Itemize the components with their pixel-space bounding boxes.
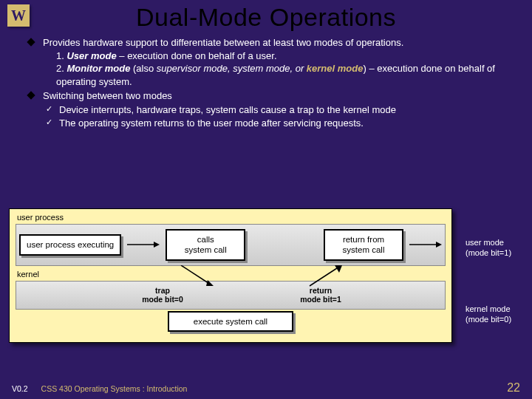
sub-1-text: Device interrupts, hardware traps, syste… xyxy=(59,104,396,115)
svg-marker-1 xyxy=(154,242,160,248)
page-number: 22 xyxy=(507,381,520,395)
mode-diagram: user process user process executing call… xyxy=(9,208,526,343)
term-user-mode: User mode xyxy=(66,50,116,61)
bullet-2-sub-2: ✓ The operating system returns to the us… xyxy=(59,117,507,130)
bullet-1-intro: Provides hardware support to differentia… xyxy=(43,36,507,50)
svg-line-4 xyxy=(181,265,211,284)
side-kernel-mode: kernel mode (mode bit=0) xyxy=(466,304,532,325)
bullet-2-intro: Switching between two modes xyxy=(43,89,507,103)
rest-1: – execution done on behalf of a user. xyxy=(117,50,277,61)
node-execute-syscall: execute system call xyxy=(168,311,293,332)
arrow-down-diag-icon xyxy=(175,265,219,289)
bullet-1-item-2: 2. Monitor mode (also supervisor mode, s… xyxy=(43,62,507,88)
slide-title: Dual-Mode Operations xyxy=(0,0,532,36)
annot-return-l2: mode bit=1 xyxy=(292,295,349,304)
node-calls-syscall: calls system call xyxy=(166,229,245,261)
num-1: 1. xyxy=(56,50,66,61)
term-monitor-mode: Monitor mode xyxy=(66,63,130,74)
slide-content: Provides hardware support to differentia… xyxy=(0,36,532,130)
check-icon: ✓ xyxy=(46,103,52,115)
svg-marker-3 xyxy=(436,242,442,248)
node-user-executing: user process executing xyxy=(19,234,121,255)
num-2: 2. xyxy=(56,63,66,74)
ital-2: supervisor mode, system mode, or xyxy=(157,63,307,74)
node-return-syscall: return from system call xyxy=(324,229,403,261)
arrow-right-icon xyxy=(409,240,442,249)
term-kernel-mode: kernel mode xyxy=(307,63,364,74)
arrow-right-icon xyxy=(127,240,160,249)
uw-logo: W xyxy=(7,4,30,27)
annot-trap-l2: mode bit=0 xyxy=(134,295,191,304)
rest-2a: (also xyxy=(130,63,156,74)
svg-marker-5 xyxy=(206,280,214,286)
slide-footer: V0.2 CSS 430 Operating Systems : Introdu… xyxy=(0,381,532,395)
arrow-up-diag-icon xyxy=(304,265,348,289)
sub-2-text: The operating system returns to the user… xyxy=(59,117,364,129)
side-user-l1: user mode xyxy=(466,238,532,248)
side-user-l2: (mode bit=1) xyxy=(466,248,532,259)
bullet-diamond-icon xyxy=(27,38,35,46)
svg-line-6 xyxy=(310,267,339,286)
bullet-1-item-1: 1. User mode – execution done on behalf … xyxy=(43,50,507,63)
side-kernel-l2: (mode bit=0) xyxy=(466,315,532,325)
course-label: CSS 430 Operating Systems : Introduction xyxy=(41,384,508,393)
bullet-diamond-icon xyxy=(27,92,35,100)
check-icon: ✓ xyxy=(46,117,52,128)
side-user-mode: user mode (mode bit=1) xyxy=(466,238,532,259)
bullet-2-sub-1: ✓ Device interrupts, hardware traps, sys… xyxy=(59,103,507,117)
side-kernel-l1: kernel mode xyxy=(466,304,532,315)
version-label: V0.2 xyxy=(12,384,28,393)
user-process-label: user process xyxy=(16,212,446,224)
kernel-label: kernel xyxy=(16,266,446,281)
